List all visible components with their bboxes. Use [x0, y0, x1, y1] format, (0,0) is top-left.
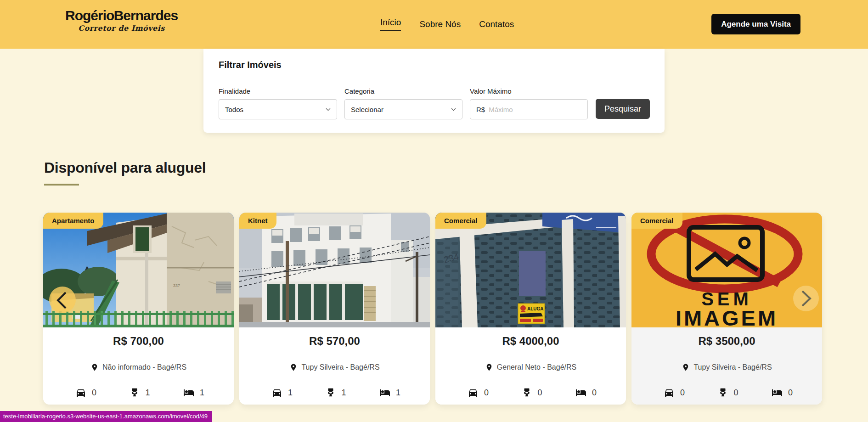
bathroom-count: 0 [733, 388, 738, 398]
property-photo: Kitnet [239, 213, 430, 327]
bedroom-count: 0 [592, 388, 597, 398]
status-url-text: teste-imobiliaria-rogerio.s3-website-us-… [3, 413, 208, 420]
storefront-photo-illustration: 234 ALUGA [435, 213, 626, 327]
valor-maximo-label: Valor Máximo [470, 87, 588, 95]
card-footer: R$ 700,00 Não informado - Bagé/RS 0 1 [43, 327, 234, 405]
bedroom-count: 0 [788, 388, 793, 398]
max-value-input[interactable] [488, 105, 581, 114]
chevron-down-icon [326, 108, 331, 111]
category-badge: Comercial [435, 213, 486, 229]
search-button[interactable]: Pesquisar [596, 99, 650, 119]
valor-maximo-field[interactable]: R$ [470, 99, 588, 119]
location-text: Tupy Silveira - Bagé/RS [301, 363, 379, 371]
nav-item-contatos[interactable]: Contatos [479, 19, 514, 29]
category-badge: Kitnet [239, 213, 276, 229]
toilet-icon [718, 387, 728, 398]
features-row: 0 0 0 [631, 387, 822, 398]
garage-count: 0 [680, 388, 685, 398]
location-row: Tupy Silveira - Bagé/RS [239, 362, 430, 372]
bathroom-feature: 0 [718, 387, 738, 398]
garage-feature: 0 [75, 387, 96, 398]
categoria-select[interactable]: Selecionar [344, 99, 462, 119]
bathroom-feature: 1 [326, 387, 346, 398]
price: R$ 700,00 [43, 335, 234, 348]
currency-prefix: R$ [476, 106, 485, 113]
logo-title: Rogério Bernardes [65, 8, 178, 23]
features-row: 0 0 0 [435, 387, 626, 398]
filter-group-finalidade: Finalidade Todos [219, 87, 337, 119]
location-text: General Neto - Bagé/RS [497, 363, 576, 371]
garage-count: 0 [484, 388, 489, 398]
location-row: Tupy Silveira - Bagé/RS [631, 362, 822, 372]
carousel-next-button[interactable] [793, 286, 819, 311]
logo[interactable]: Rogério Bernardes Corretor de Imóveis [65, 8, 178, 33]
location-pin-icon [289, 362, 298, 372]
car-icon [271, 387, 282, 398]
bed-icon [772, 387, 783, 398]
aluga-sign-text: ALUGA [527, 306, 544, 311]
filter-panel: Filtrar Imóveis Finalidade Todos Categor… [203, 49, 665, 133]
garage-feature: 1 [271, 387, 293, 398]
bedroom-feature: 1 [183, 387, 204, 398]
bed-icon [183, 387, 194, 398]
features-row: 0 1 1 [43, 387, 234, 398]
category-badge: Comercial [631, 213, 682, 229]
finalidade-select[interactable]: Todos [219, 99, 337, 119]
bedroom-feature: 0 [575, 387, 597, 398]
filter-group-valor-maximo: Valor Máximo R$ [470, 87, 588, 119]
garage-count: 1 [288, 388, 293, 398]
card-footer: R$ 3500,00 Tupy Silveira - Bagé/RS 0 0 [631, 327, 822, 405]
category-badge: Apartamento [43, 213, 103, 229]
car-icon [468, 387, 479, 398]
toilet-icon [326, 387, 336, 398]
location-row: Não informado - Bagé/RS [43, 362, 234, 372]
price: R$ 4000,00 [435, 335, 626, 348]
aluga-sign: ALUGA [518, 304, 545, 324]
car-icon [664, 387, 675, 398]
site-header: Rogério Bernardes Corretor de Imóveis In… [0, 0, 868, 49]
bathroom-count: 1 [145, 388, 150, 398]
wall-number-text: 337 [173, 283, 180, 288]
bedroom-count: 1 [200, 388, 204, 398]
nav-item-sobre-nos[interactable]: Sobre Nós [419, 19, 461, 29]
location-pin-icon [485, 362, 493, 372]
location-text: Tupy Silveira - Bagé/RS [693, 363, 772, 371]
bed-icon [575, 387, 586, 398]
chevron-left-icon [49, 287, 76, 313]
location-text: Não informado - Bagé/RS [102, 363, 186, 371]
bed-icon [379, 387, 390, 398]
price: R$ 3500,00 [631, 335, 822, 348]
property-card-2[interactable]: Kitnet R$ 570,00 Tupy Silveira - Bagé/RS… [239, 213, 430, 405]
card-footer: R$ 570,00 Tupy Silveira - Bagé/RS 1 1 [239, 327, 430, 405]
garage-count: 0 [92, 388, 96, 398]
toilet-icon [522, 387, 532, 398]
chevron-down-icon [451, 108, 456, 111]
price: R$ 570,00 [239, 335, 430, 348]
bedroom-feature: 1 [379, 387, 400, 398]
property-card-3[interactable]: 234 ALUGA Comercial R$ 4000,00 General N… [435, 213, 626, 405]
categoria-value: Selecionar [351, 106, 451, 113]
location-row: General Neto - Bagé/RS [435, 362, 626, 372]
main-nav: Início Sobre Nós Contatos [380, 0, 514, 49]
logo-subtitle: Corretor de Imóveis [65, 24, 178, 33]
bedroom-feature: 0 [772, 387, 793, 398]
card-footer: R$ 4000,00 General Neto - Bagé/RS 0 0 [435, 327, 626, 405]
chevron-right-icon [793, 286, 819, 311]
carousel-prev-button[interactable] [49, 287, 76, 313]
property-photo: 234 ALUGA Comercial [435, 213, 626, 327]
location-pin-icon [682, 362, 690, 372]
schedule-visit-button[interactable]: Agende uma Visita [711, 14, 800, 34]
categoria-label: Categoria [344, 87, 462, 95]
car-icon [75, 387, 86, 398]
features-row: 1 1 1 [239, 387, 430, 398]
bathroom-feature: 0 [522, 387, 542, 398]
garage-feature: 0 [468, 387, 489, 398]
nav-item-inicio[interactable]: Início [380, 17, 401, 31]
finalidade-label: Finalidade [219, 87, 337, 95]
bathroom-count: 0 [537, 388, 542, 398]
finalidade-value: Todos [225, 106, 326, 113]
browser-status-url: teste-imobiliaria-rogerio.s3-website-us-… [0, 411, 212, 422]
location-pin-icon [90, 362, 99, 372]
filter-title: Filtrar Imóveis [219, 60, 282, 70]
toilet-icon [130, 387, 140, 398]
